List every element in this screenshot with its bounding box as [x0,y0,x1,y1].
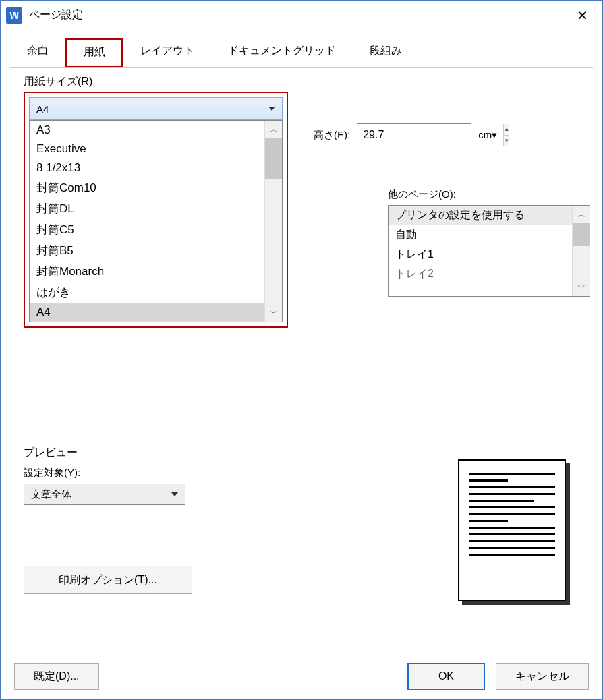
tab-margin[interactable]: 余白 [10,38,65,68]
height-unit[interactable]: cm▾ [478,129,497,141]
preview-label-text: プレビュー [24,446,78,460]
paper-size-highlight: A4 A3 Executive 8 1/2x13 封筒Com10 封筒DL 封筒… [24,92,288,328]
cancel-button[interactable]: キャンセル [496,663,589,690]
chevron-down-icon [171,492,178,496]
height-spinner[interactable]: ▲ ▼ [357,123,471,146]
divider [83,453,579,453]
preview-line [469,547,555,549]
list-item[interactable]: 自動 [389,225,572,245]
paper-size-option[interactable]: A4 [30,303,264,322]
paper-size-option[interactable]: 封筒Com10 [30,177,264,198]
preview-line [469,473,555,475]
tab-document-grid[interactable]: ドキュメントグリッド [211,38,353,68]
paper-size-option[interactable]: 封筒Monarch [30,261,264,282]
titlebar: W ページ設定 ✕ [1,1,602,30]
paper-size-option[interactable]: 封筒C5 [30,219,264,240]
preview-section: プレビュー 設定対象(Y): 文章全体 印刷オプション(T)... [24,446,579,594]
spin-down-icon[interactable]: ▼ [504,136,509,146]
paper-size-option[interactable]: A3 [30,121,264,140]
list-item[interactable]: トレイ1 [389,245,572,264]
spin-up-icon[interactable]: ▲ [504,124,509,136]
dropdown-scrollbar[interactable]: ︿ ﹀ [264,121,282,322]
tab-paper[interactable]: 用紙 [65,38,123,68]
close-icon[interactable]: ✕ [567,1,597,30]
preview-line [469,513,555,515]
apply-to-combo[interactable]: 文章全体 [24,484,185,505]
preview-line [469,506,555,508]
tab-strip: 余白 用紙 レイアウト ドキュメントグリッド 段組み [1,30,602,67]
paper-size-option[interactable]: 8 1/2x13 [30,158,264,177]
other-pages-listbox[interactable]: プリンタの設定を使用する 自動 トレイ1 トレイ2 ︿ ﹀ [388,205,590,297]
scroll-thumb[interactable] [265,138,282,179]
tab-layout[interactable]: レイアウト [123,38,211,68]
paper-size-option[interactable]: はがき [30,282,264,303]
height-label: 高さ(E): [314,129,350,142]
scroll-track[interactable] [573,223,590,279]
paper-size-option[interactable]: 封筒DL [30,198,264,219]
print-options-button[interactable]: 印刷オプション(T)... [24,566,192,594]
scroll-down-icon[interactable]: ﹀ [265,304,282,322]
preview-line [469,554,555,556]
paper-size-dropdown: A3 Executive 8 1/2x13 封筒Com10 封筒DL 封筒C5 … [29,120,283,322]
paper-size-label-text: 用紙サイズ(R) [24,75,92,89]
scroll-thumb[interactable] [573,223,590,246]
list-item[interactable]: トレイ2 [389,264,572,284]
scroll-track[interactable] [265,138,282,304]
default-button[interactable]: 既定(D)... [14,663,99,690]
preview-line [469,533,555,535]
dialog-buttons: 既定(D)... OK キャンセル [10,653,593,699]
page-preview [458,459,566,601]
preview-line [469,493,555,495]
apply-to-value: 文章全体 [31,488,71,501]
listbox-scrollbar[interactable]: ︿ ﹀ [572,206,590,296]
page-setup-dialog: W ページ設定 ✕ 余白 用紙 レイアウト ドキュメントグリッド 段組み 用紙サ… [0,0,603,700]
preview-line [469,527,555,529]
list-item[interactable]: プリンタの設定を使用する [389,206,572,225]
scroll-down-icon[interactable]: ﹀ [573,279,590,296]
preview-line [469,479,508,482]
preview-line [469,500,534,502]
preview-label: プレビュー [24,446,579,460]
preview-line [469,486,555,488]
scroll-up-icon[interactable]: ︿ [573,206,590,223]
ok-button[interactable]: OK [407,663,485,690]
height-row: 高さ(E): ▲ ▼ cm▾ [314,123,497,146]
other-pages-label: 他のページ(O): [388,188,590,201]
divider [98,82,579,82]
preview-line [469,540,555,542]
app-icon: W [6,7,22,24]
paper-size-label: 用紙サイズ(R) [24,75,579,89]
paper-size-combo[interactable]: A4 [29,97,283,120]
tab-content: 用紙サイズ(R) A4 A3 Executive 8 1/2x13 封筒Com1… [10,67,593,653]
paper-size-selected: A4 [36,103,49,115]
window-title: ページ設定 [29,8,567,22]
paper-size-option[interactable]: Executive [30,140,264,158]
other-pages-section: 他のページ(O): プリンタの設定を使用する 自動 トレイ1 トレイ2 ︿ ﹀ [388,188,590,297]
tab-columns[interactable]: 段組み [353,38,419,68]
scroll-up-icon[interactable]: ︿ [265,121,282,138]
paper-size-options: A3 Executive 8 1/2x13 封筒Com10 封筒DL 封筒C5 … [30,121,264,322]
preview-line [469,520,508,522]
chevron-down-icon [268,107,275,111]
paper-size-option[interactable]: 封筒B5 [30,240,264,261]
